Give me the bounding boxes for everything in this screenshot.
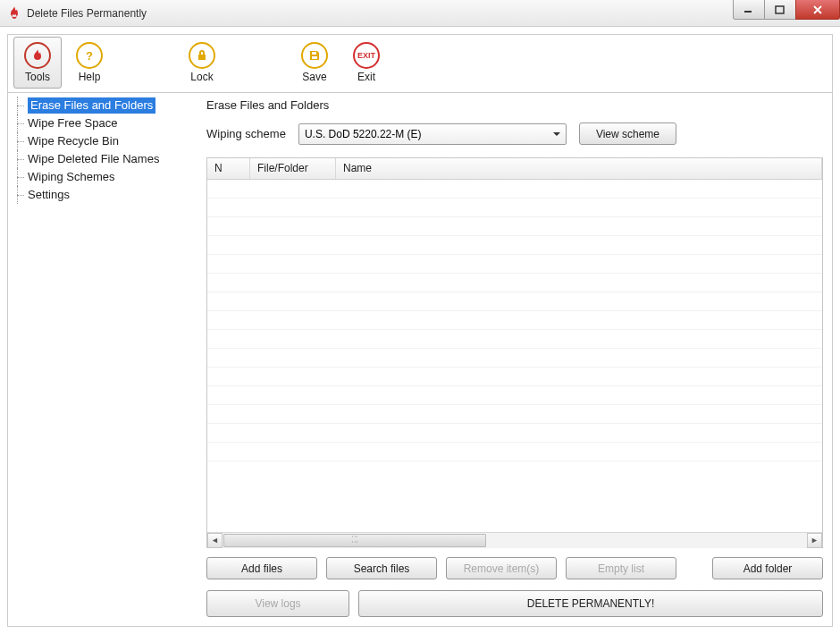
wiping-scheme-label: Wiping scheme	[206, 127, 286, 140]
scroll-track[interactable]	[223, 533, 807, 548]
button-label: Add files	[241, 562, 282, 575]
file-table: N File/Folder Name	[206, 157, 823, 548]
add-folder-button[interactable]: Add folder	[712, 557, 823, 579]
table-row	[207, 368, 822, 386]
main-pane: Erase Files and Folders Wiping scheme U.…	[197, 93, 832, 626]
toolbar-label: Help	[79, 71, 101, 83]
sidebar-item-label: Wiping Schemes	[28, 170, 115, 183]
search-files-button[interactable]: Search files	[326, 557, 437, 579]
button-label: Search files	[354, 562, 410, 575]
horizontal-scrollbar[interactable]: ◄ ►	[207, 532, 822, 547]
titlebar: Delete Files Permanently	[0, 0, 840, 27]
question-icon: ?	[76, 42, 103, 69]
svg-rect-1	[776, 6, 784, 13]
sidebar-item-wiping-schemes[interactable]: Wiping Schemes	[15, 168, 189, 186]
sidebar-item-label: Erase Files and Folders	[28, 97, 155, 114]
table-row	[207, 180, 822, 199]
main-frame: Tools ? Help Lock Save EXIT Exit Erase F…	[7, 34, 833, 627]
save-icon	[301, 42, 328, 69]
button-label: View scheme	[596, 128, 659, 140]
pane-title: Erase Files and Folders	[206, 98, 823, 112]
add-files-button[interactable]: Add files	[206, 557, 317, 579]
minimize-button[interactable]	[733, 0, 765, 20]
button-label: DELETE PERMANENTLY!	[527, 597, 654, 610]
button-label: View logs	[255, 597, 300, 610]
sidebar-item-wipe-recycle-bin[interactable]: Wipe Recycle Bin	[15, 132, 189, 150]
toolbar-tools-button[interactable]: Tools	[13, 37, 62, 89]
table-header: N File/Folder Name	[207, 158, 822, 180]
scroll-left-arrow[interactable]: ◄	[207, 533, 223, 548]
toolbar: Tools ? Help Lock Save EXIT Exit	[8, 35, 832, 93]
toolbar-label: Save	[302, 71, 326, 83]
toolbar-save-button[interactable]: Save	[290, 37, 339, 89]
table-row	[207, 292, 822, 311]
delete-permanently-button[interactable]: DELETE PERMANENTLY!	[358, 590, 823, 617]
exit-icon: EXIT	[353, 42, 380, 69]
view-logs-button[interactable]: View logs	[206, 590, 349, 617]
toolbar-label: Tools	[25, 71, 50, 83]
wiping-scheme-select[interactable]: U.S. DoD 5220.22-M (E)	[298, 123, 567, 145]
scroll-right-arrow[interactable]: ►	[807, 533, 822, 548]
window-controls	[734, 0, 840, 26]
window-title: Delete Files Permanently	[27, 7, 734, 20]
button-label: Remove item(s)	[464, 562, 540, 575]
sidebar-item-label: Wipe Free Space	[28, 116, 117, 130]
sidebar-item-label: Wipe Recycle Bin	[28, 134, 119, 148]
sidebar-item-settings[interactable]: Settings	[15, 186, 189, 204]
col-name[interactable]: Name	[336, 158, 822, 179]
table-row	[207, 330, 822, 349]
table-row	[207, 405, 822, 424]
scroll-thumb[interactable]	[223, 534, 486, 547]
remove-items-button[interactable]: Remove item(s)	[446, 557, 557, 579]
table-row	[207, 386, 822, 405]
table-body[interactable]	[207, 180, 822, 532]
flame-icon	[24, 42, 51, 69]
toolbar-label: Exit	[357, 71, 375, 83]
sidebar-item-label: Settings	[28, 188, 70, 201]
button-label: Add folder	[743, 562, 793, 575]
col-n[interactable]: N	[207, 158, 250, 179]
table-row	[207, 311, 822, 330]
table-row	[207, 255, 822, 274]
table-row	[207, 424, 822, 443]
toolbar-label: Lock	[190, 71, 213, 83]
toolbar-help-button[interactable]: ? Help	[65, 37, 113, 89]
svg-rect-0	[744, 11, 752, 13]
table-row	[207, 217, 822, 236]
close-button[interactable]	[795, 0, 840, 20]
table-row	[207, 443, 822, 461]
table-row	[207, 199, 822, 217]
toolbar-lock-button[interactable]: Lock	[178, 37, 226, 89]
sidebar-item-erase-files[interactable]: Erase Files and Folders	[15, 97, 189, 114]
table-row	[207, 349, 822, 368]
sidebar-item-label: Wipe Deleted File Names	[28, 152, 159, 165]
sidebar-item-wipe-free-space[interactable]: Wipe Free Space	[15, 114, 189, 132]
table-row	[207, 274, 822, 292]
table-row	[207, 236, 822, 255]
sidebar-item-wipe-deleted-names[interactable]: Wipe Deleted File Names	[15, 150, 189, 168]
button-label: Empty list	[598, 562, 644, 575]
select-value: U.S. DoD 5220.22-M (E)	[305, 128, 422, 140]
view-scheme-button[interactable]: View scheme	[579, 123, 676, 145]
maximize-button[interactable]	[764, 0, 796, 20]
sidebar: Erase Files and Folders Wipe Free Space …	[8, 93, 197, 626]
toolbar-exit-button[interactable]: EXIT Exit	[342, 37, 391, 89]
empty-list-button[interactable]: Empty list	[566, 557, 676, 579]
app-flame-icon	[7, 6, 21, 21]
col-file-folder[interactable]: File/Folder	[250, 158, 336, 179]
lock-icon	[189, 42, 215, 69]
